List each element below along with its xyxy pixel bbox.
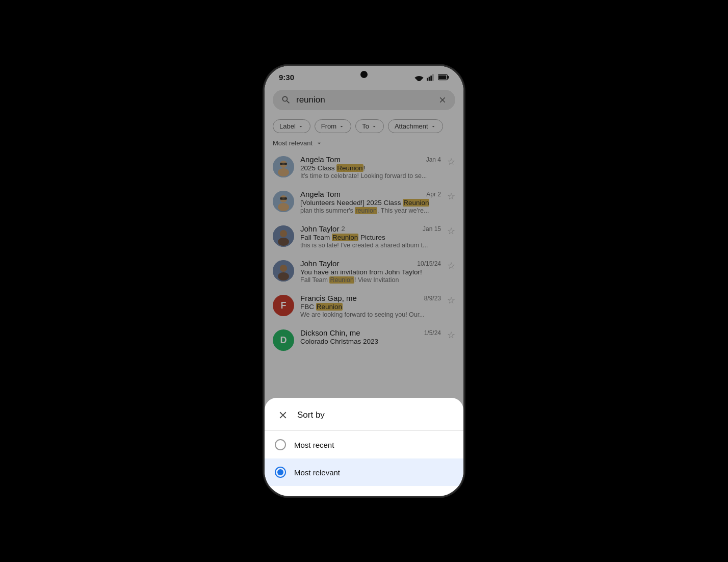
radio-most-relevant: [275, 467, 286, 478]
radio-most-recent: [275, 439, 286, 450]
sheet-close-button[interactable]: [275, 407, 291, 423]
sheet-header: Sort by: [265, 398, 463, 431]
phone-frame: 9:30: [265, 66, 463, 496]
sort-option-most-recent[interactable]: Most recent: [265, 431, 463, 458]
sheet-title: Sort by: [297, 410, 325, 420]
sort-option-most-relevant[interactable]: Most relevant: [265, 458, 463, 486]
phone-screen: 9:30: [265, 66, 463, 496]
sort-option-relevant-label: Most relevant: [294, 468, 340, 477]
sort-bottom-sheet: Sort by Most recent Most relevant: [265, 398, 463, 496]
sort-option-recent-label: Most recent: [294, 441, 334, 449]
radio-dot: [277, 469, 283, 475]
